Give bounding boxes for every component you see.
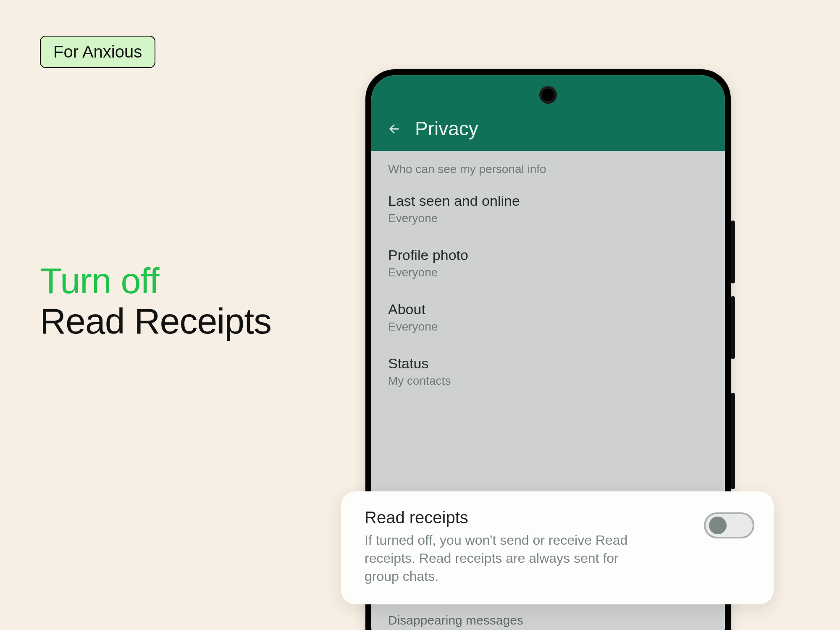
phone-side-button (731, 393, 735, 489)
setting-title: About (388, 301, 708, 318)
phone-side-button (731, 220, 735, 284)
audience-badge-label: For Anxious (53, 42, 142, 61)
setting-value: Everyone (388, 266, 708, 279)
callout-text: Read receipts If turned off, you won't s… (365, 508, 691, 586)
setting-title: Status (388, 355, 708, 372)
read-receipts-callout: Read receipts If turned off, you won't s… (341, 491, 774, 604)
setting-title: Disappearing messages (388, 613, 708, 627)
read-receipts-toggle[interactable] (704, 512, 754, 538)
setting-title: Profile photo (388, 247, 708, 263)
setting-value: My contacts (388, 374, 708, 388)
callout-description: If turned off, you won't send or receive… (365, 531, 650, 586)
section-header: Who can see my personal info (388, 163, 708, 176)
headline-line1: Turn off (40, 260, 271, 301)
phone-camera-notch (542, 89, 554, 101)
audience-badge: For Anxious (40, 36, 155, 68)
setting-row-status[interactable]: Status My contacts (388, 355, 708, 388)
setting-row-profile-photo[interactable]: Profile photo Everyone (388, 247, 708, 279)
back-button[interactable] (386, 121, 402, 137)
headline: Turn off Read Receipts (40, 260, 271, 341)
headline-line2: Read Receipts (40, 301, 271, 341)
settings-list: Who can see my personal info Last seen a… (371, 151, 725, 388)
setting-row-last-seen[interactable]: Last seen and online Everyone (388, 193, 708, 225)
setting-title: Last seen and online (388, 193, 708, 209)
arrow-left-icon (387, 122, 401, 136)
setting-row-about[interactable]: About Everyone (388, 301, 708, 333)
setting-value: Everyone (388, 212, 708, 225)
setting-value: Everyone (388, 320, 708, 333)
appbar-title: Privacy (415, 117, 478, 140)
toggle-knob (709, 517, 727, 534)
callout-title: Read receipts (365, 508, 691, 527)
phone-side-button (731, 296, 735, 359)
setting-row-disappearing-messages[interactable]: Disappearing messages (388, 613, 708, 627)
appbar: Privacy (371, 75, 725, 151)
